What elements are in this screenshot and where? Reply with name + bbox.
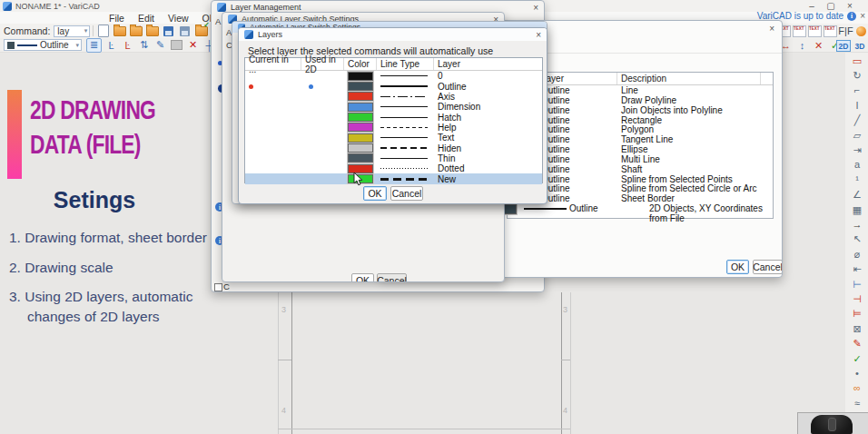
layer-rename-icon[interactable]: ✎ <box>153 39 167 52</box>
layers-row-New[interactable]: New <box>245 173 542 183</box>
current-cell <box>245 92 301 102</box>
table-tool-icon[interactable]: ▦ <box>851 203 864 216</box>
font-tool-icon[interactable]: F|F <box>839 25 853 37</box>
new-file-icon[interactable] <box>96 25 110 37</box>
diameter-icon[interactable]: ⌀ <box>851 248 864 261</box>
menu-file[interactable]: File <box>109 13 124 24</box>
checkbox[interactable] <box>214 283 222 291</box>
angle-dim-icon[interactable]: ∠ <box>851 189 864 202</box>
line-style-selector[interactable]: Outline ▾ <box>4 39 82 51</box>
file-layer: Outline <box>569 203 598 213</box>
close-button[interactable]: × <box>844 1 855 11</box>
close-icon[interactable]: × <box>536 30 541 40</box>
chevron-down-icon[interactable]: ▾ <box>83 27 90 35</box>
layers-row-Thin[interactable]: Thin <box>245 153 542 163</box>
view-3d-button[interactable]: 3D <box>853 40 867 52</box>
layer-new-icon[interactable]: Ŀ <box>104 39 118 52</box>
used-cell <box>301 133 344 143</box>
current-cell <box>245 71 301 81</box>
import-file-icon[interactable] <box>129 25 143 37</box>
notification-close-icon[interactable]: × <box>860 11 865 21</box>
line-color-swatch <box>7 42 15 49</box>
color-cell <box>344 153 377 163</box>
command-input[interactable]: lay ▾ <box>54 25 90 37</box>
align-tool-icon[interactable]: ⇥ <box>851 143 864 156</box>
sphere-icon[interactable] <box>854 25 868 37</box>
ok-button[interactable]: OK <box>351 273 374 282</box>
layers-row-Hatch[interactable]: Hatch <box>245 112 542 122</box>
file-icon-group <box>96 25 224 37</box>
leader-a-icon[interactable]: a <box>851 159 864 172</box>
command-description: Shaft <box>621 164 642 174</box>
dim-remove-icon[interactable]: ✕ <box>812 39 825 52</box>
close-icon[interactable]: × <box>769 24 774 34</box>
text-cursor-icon[interactable]: I <box>851 99 864 112</box>
delete-red-icon[interactable]: ✕ <box>186 39 200 52</box>
current-cell <box>245 123 301 133</box>
cancel-button[interactable]: Cancel <box>390 186 423 201</box>
layers-row-Dimension[interactable]: Dimension <box>245 102 542 112</box>
current-indicator-dot <box>249 84 253 89</box>
text-tolerance-icon[interactable]: TEXT <box>808 25 822 37</box>
layers-row-Dotted[interactable]: Dotted <box>245 163 542 173</box>
chevron-down-icon[interactable]: ▾ <box>74 42 81 49</box>
open-recent-icon[interactable] <box>145 25 159 37</box>
rect-tool-icon[interactable]: ▭ <box>851 54 864 67</box>
layers-panel-icon[interactable]: ≣ <box>86 38 102 53</box>
info-icon[interactable]: i <box>847 12 856 21</box>
clamp-blue-icon[interactable]: ⊢ <box>851 278 864 291</box>
layer-management-title: Layer Management <box>231 3 301 12</box>
spline-arrow-icon[interactable]: ↖ <box>851 233 864 246</box>
layers-row-Hiden[interactable]: Hiden <box>245 143 542 153</box>
dim-vertical-icon[interactable]: ↕ <box>795 39 809 52</box>
arrow-tool-icon[interactable]: → <box>851 218 864 231</box>
extend-icon[interactable]: ⇤ <box>851 263 864 276</box>
link-tool-icon[interactable]: ∞ <box>851 382 864 395</box>
column-used: Used in 2D <box>301 58 344 70</box>
pen-tool-icon[interactable]: ✎ <box>851 338 864 350</box>
open-folder-icon[interactable] <box>113 25 126 37</box>
view-2d-button[interactable]: 2D <box>836 40 851 52</box>
ok-button[interactable]: OK <box>363 186 387 201</box>
dot-tool-icon[interactable]: • <box>851 368 864 380</box>
promo-list-item-3: 3. Using 2D layers, automatic <box>9 289 192 305</box>
export-check-icon[interactable] <box>194 25 208 37</box>
box-cross-icon[interactable]: ⊠ <box>851 322 864 335</box>
export-check-icon <box>195 26 208 36</box>
layer-move-icon[interactable]: ⇅ <box>137 39 151 52</box>
ok-button[interactable]: OK <box>726 260 749 274</box>
save-as-icon <box>180 26 190 36</box>
menu-view[interactable]: View <box>168 13 189 24</box>
maximize-button[interactable]: ▢ <box>825 1 836 11</box>
used-cell <box>301 81 344 91</box>
line-sample <box>380 85 428 87</box>
layers-row-Help[interactable]: Help <box>245 123 542 133</box>
cancel-button[interactable]: Cancel <box>377 273 407 282</box>
ordinate-icon[interactable]: ¹ <box>851 173 864 186</box>
polygon-tool-icon[interactable]: ▱ <box>851 129 864 142</box>
text-frame-icon[interactable]: TEXT <box>793 25 806 37</box>
cancel-button[interactable]: Cancel <box>753 260 783 274</box>
clamp-red-icon[interactable]: ⊣ <box>851 293 864 306</box>
check-point-icon[interactable]: ✓ <box>851 352 864 365</box>
layers-row-Outline[interactable]: Outline <box>245 81 542 91</box>
disabled-icon[interactable] <box>170 39 183 52</box>
layers-row-Axis[interactable]: Axis <box>245 92 542 102</box>
current-cell <box>245 102 301 112</box>
save-icon[interactable] <box>162 25 175 37</box>
clamp-red2-icon[interactable]: ⊨ <box>851 308 864 321</box>
line-tool-icon[interactable]: ╱ <box>851 114 864 127</box>
layers-titlebar[interactable]: Layers × <box>239 28 547 41</box>
span-tool-icon[interactable]: ⌐ <box>851 84 864 97</box>
layer-delete-icon[interactable]: Ŀ <box>121 39 134 52</box>
minimize-button[interactable]: – <box>806 1 817 11</box>
wave-tool-icon[interactable]: ≈ <box>851 397 864 409</box>
layers-row-0[interactable]: 0 <box>245 71 542 81</box>
refresh-tool-icon[interactable]: ↻ <box>851 69 864 82</box>
open-recent-icon <box>146 26 159 36</box>
text-leader-icon[interactable]: TEXT <box>824 25 837 37</box>
layers-row-Text[interactable]: Text <box>245 133 542 143</box>
close-icon[interactable]: × <box>533 3 538 13</box>
save-as-icon[interactable] <box>178 25 192 37</box>
layer-name: Hatch <box>434 112 542 122</box>
